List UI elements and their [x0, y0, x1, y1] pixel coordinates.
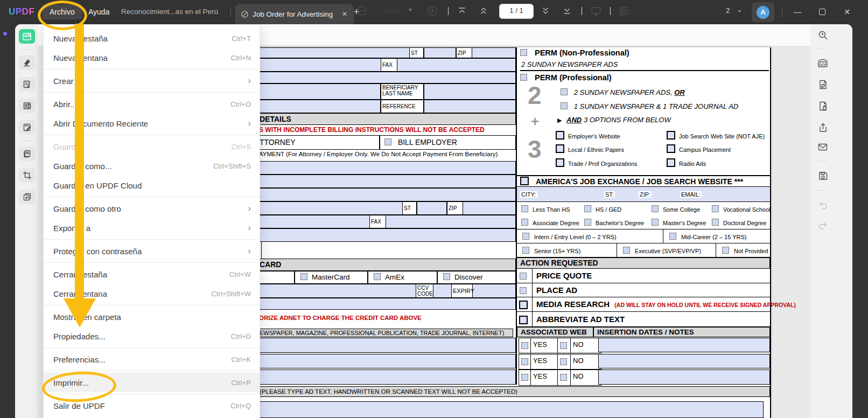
menu-item-preferencias[interactable]: Preferencias...Ctrl+K — [44, 350, 260, 369]
zoom-out-button[interactable] — [355, 4, 369, 18]
discover-checkbox[interactable] — [443, 273, 450, 280]
form-field-row[interactable] — [245, 188, 516, 201]
redo-button[interactable] — [815, 218, 831, 233]
form-field-row[interactable] — [245, 47, 516, 58]
menu-item-guardar-como[interactable]: Guardar como...Ctrl+Shift+S — [44, 156, 260, 176]
reference-field[interactable] — [424, 100, 516, 113]
edu-checkbox[interactable] — [584, 219, 591, 226]
option-checkbox[interactable] — [667, 158, 675, 167]
menu-item-guardar-updf-cloud[interactable]: Guardar en UPDF Cloud — [44, 176, 260, 195]
tab-reconocimiento[interactable]: Reconocimient...as en el Perú — [108, 4, 232, 19]
amex-checkbox[interactable] — [374, 273, 381, 280]
mastercard-checkbox[interactable] — [300, 273, 307, 280]
email-button[interactable] — [815, 140, 831, 154]
perm-prof-checkbox[interactable] — [520, 74, 527, 81]
minimize-button[interactable]: — — [789, 5, 806, 18]
edu-checkbox[interactable] — [584, 205, 591, 212]
account-button[interactable]: A — [752, 2, 774, 22]
tab-job-order[interactable]: Job Order for Advertising ✕ — [235, 4, 354, 24]
form-field-row[interactable] — [256, 83, 381, 100]
menu-item-nueva-ventana[interactable]: Nueva ventanaCtrl+N — [44, 48, 260, 67]
aje-checkbox[interactable] — [520, 177, 529, 185]
option-checkbox[interactable] — [667, 131, 675, 140]
card-number-field[interactable] — [245, 284, 516, 298]
menu-item-nueva-pestana[interactable]: Nueva pestañaCtrl+T — [44, 29, 260, 48]
career-checkbox[interactable] — [522, 247, 529, 254]
form-field-row[interactable] — [245, 72, 516, 83]
tool-forms[interactable] — [19, 99, 35, 113]
first-page-button[interactable] — [455, 4, 469, 18]
perm-nonprof-checkbox[interactable] — [520, 49, 527, 56]
share-button[interactable] — [815, 120, 831, 135]
bill-employer-checkbox[interactable] — [384, 138, 391, 145]
menu-item-abrir-reciente[interactable]: Abrir Documento Reciente — [44, 114, 260, 133]
edu-checkbox[interactable] — [652, 219, 659, 226]
last-page-button[interactable] — [560, 4, 574, 18]
edu-checkbox[interactable] — [712, 205, 719, 212]
option-checkbox[interactable] — [556, 144, 564, 153]
beneficiary-last-name-field[interactable] — [424, 83, 516, 100]
menu-item-proteger-contrasena[interactable]: Proteger con contraseña — [44, 241, 260, 261]
page-indicator[interactable]: 1 / 1 — [499, 4, 534, 19]
save-button[interactable] — [815, 169, 831, 183]
form-field-row[interactable] — [245, 100, 381, 113]
ad-text-field[interactable] — [251, 401, 764, 418]
option-checkbox[interactable] — [556, 131, 564, 140]
bill-employer-cell[interactable]: BILL EMPLOYER — [380, 135, 516, 150]
media-row-field[interactable] — [251, 338, 516, 353]
form-field-row[interactable] — [245, 228, 516, 242]
menu-item-propiedades[interactable]: Propiedades...Ctrl+D — [44, 326, 260, 346]
chevron-down-icon[interactable]: ⌄ — [737, 5, 743, 13]
place-ad-checkbox[interactable] — [520, 287, 527, 294]
notes-field[interactable] — [598, 338, 770, 352]
price-quote-checkbox[interactable] — [520, 273, 527, 280]
zoom-in-button[interactable] — [425, 4, 439, 18]
option-b-checkbox[interactable] — [561, 102, 568, 109]
media-row-field[interactable] — [251, 370, 516, 385]
tool-sign[interactable] — [19, 120, 35, 135]
form-field-row[interactable] — [251, 161, 516, 175]
career-checkbox[interactable] — [623, 247, 630, 254]
mastercard-cell[interactable]: MasterCard — [295, 271, 368, 284]
st-field[interactable] — [417, 201, 447, 215]
ocr-button[interactable]: OCR — [815, 55, 831, 70]
tool-watermark[interactable] — [19, 190, 35, 204]
tab-count[interactable]: 2 — [726, 6, 730, 15]
form-field-row[interactable] — [245, 175, 516, 188]
zoom-level[interactable]: 138% — [379, 6, 404, 15]
option-checkbox[interactable] — [667, 144, 675, 153]
edu-checkbox[interactable] — [521, 219, 528, 226]
tool-edit-pdf[interactable] — [19, 77, 35, 92]
discover-cell[interactable]: Discover — [437, 271, 516, 284]
presentation-button[interactable] — [589, 4, 603, 18]
close-button[interactable]: ✕ — [839, 5, 855, 18]
previous-page-button[interactable] — [477, 4, 491, 18]
abbreviate-checkbox[interactable] — [519, 316, 528, 324]
menu-archivo[interactable]: Archivo — [42, 4, 82, 19]
tab-close-icon[interactable]: ✕ — [340, 9, 349, 19]
next-page-button[interactable] — [538, 4, 552, 18]
menu-item-crear[interactable]: Crear — [44, 71, 260, 90]
tool-organize-pages[interactable] — [19, 147, 35, 161]
edu-checkbox[interactable] — [652, 205, 659, 212]
edu-checkbox[interactable] — [521, 205, 528, 212]
bill-attorney-cell[interactable]: TTORNEY — [245, 135, 380, 150]
search-button[interactable] — [815, 28, 831, 43]
menu-item-cerrar-ventana[interactable]: Cerrar ventanaCtrl+Shift+W — [44, 284, 260, 303]
reading-mode-button[interactable] — [618, 4, 632, 18]
aje-address-row[interactable]: CITY: ST: ZIP: EMAIL: — [517, 187, 770, 202]
menu-item-exportar-a[interactable]: Exportar a — [44, 218, 260, 238]
media-research-checkbox[interactable] — [519, 301, 528, 309]
option-a-checkbox[interactable] — [561, 88, 568, 95]
tool-annotate[interactable] — [19, 55, 35, 70]
undo-button[interactable] — [815, 198, 831, 212]
notes-field[interactable] — [598, 354, 770, 368]
option-checkbox[interactable] — [556, 158, 564, 167]
zoom-dropdown-icon[interactable]: ▼ — [408, 7, 413, 13]
tool-crop[interactable] — [19, 168, 35, 183]
st-field[interactable] — [424, 47, 456, 58]
notes-field[interactable] — [598, 370, 770, 385]
media-row-field[interactable] — [251, 354, 516, 368]
tool-reader[interactable] — [19, 29, 35, 44]
convert-button[interactable] — [815, 77, 831, 92]
